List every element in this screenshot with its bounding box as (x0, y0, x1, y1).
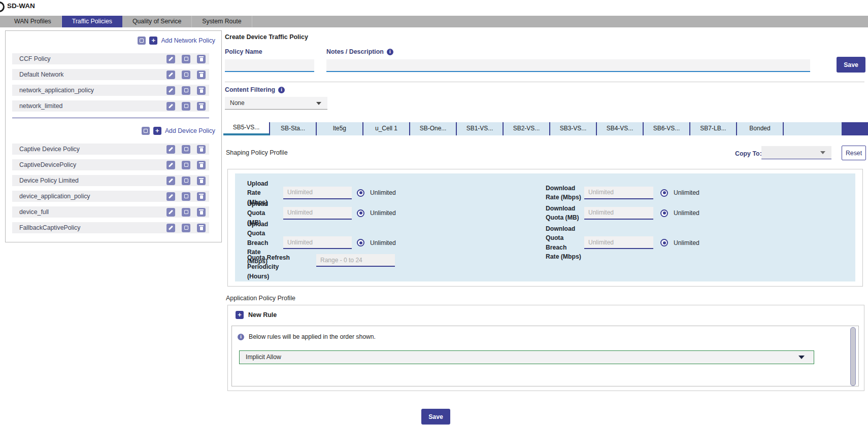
download-rate-label: Download Rate (Mbps) (546, 184, 584, 202)
import-policy-icon[interactable] (138, 37, 146, 45)
device-policy-row[interactable]: device_application_policy (12, 191, 209, 202)
interface-tab[interactable]: SB2-VS... (504, 122, 550, 135)
nav-tab[interactable]: System Route (192, 16, 252, 27)
copy-icon[interactable] (182, 86, 190, 95)
radio-label: Unlimited (370, 239, 396, 246)
implicit-allow-rule-select[interactable]: Implicit Allow (239, 350, 814, 364)
edit-icon[interactable] (166, 224, 175, 232)
delete-icon[interactable] (197, 102, 206, 111)
device-policy-row[interactable]: Device Policy Limited (12, 175, 209, 186)
network-policy-row[interactable]: CCF Policy (12, 53, 209, 64)
nav-tab[interactable]: Quality of Service (122, 16, 192, 27)
copy-icon[interactable] (182, 224, 190, 232)
interface-tab[interactable]: Bonded (737, 122, 784, 135)
device-policy-row[interactable]: FallbackCaptivePolicy (12, 222, 209, 233)
tab-scroll-next-button[interactable] (842, 122, 868, 135)
interface-tab[interactable]: SB1-VS... (457, 122, 504, 135)
device-policy-row[interactable]: CaptiveDevicePolicy (12, 159, 209, 170)
policy-name: CaptiveDevicePolicy (19, 161, 166, 168)
chevron-down-icon (316, 102, 321, 105)
content-filtering-value: None (230, 99, 245, 107)
delete-icon[interactable] (197, 176, 206, 185)
download-quota-unlimited-radio[interactable] (660, 209, 668, 217)
download-rate-unlimited-radio[interactable] (660, 189, 668, 197)
add-network-policy-button[interactable]: Add Network Policy (161, 37, 215, 44)
device-policy-row[interactable]: device_full (12, 206, 209, 218)
edit-icon[interactable] (166, 208, 175, 217)
delete-icon[interactable] (197, 208, 206, 217)
interface-tab[interactable]: u_Cell 1 (363, 122, 410, 135)
download-breach-unlimited-radio[interactable] (660, 239, 668, 246)
delete-icon[interactable] (197, 161, 206, 169)
network-policy-row[interactable]: network_limited (12, 100, 209, 112)
delete-icon[interactable] (197, 192, 206, 201)
upload-rate-input[interactable] (283, 187, 352, 199)
interface-tab[interactable]: lte5g (317, 122, 363, 135)
download-quota-input[interactable] (584, 207, 653, 220)
info-icon (238, 334, 244, 340)
interface-tab-list: SB5-VS...SB-Sta...lte5gu_Cell 1SB-One...… (223, 122, 784, 135)
nav-tab[interactable]: WAN Profiles (4, 16, 62, 27)
delete-icon[interactable] (197, 86, 206, 95)
edit-icon[interactable] (166, 176, 175, 185)
delete-icon[interactable] (197, 145, 206, 154)
upload-quota-breach-input[interactable] (283, 236, 352, 249)
interface-tab[interactable]: SB5-VS... (223, 122, 270, 135)
add-device-policy-button[interactable]: Add Device Policy (165, 127, 215, 134)
download-quota-breach-input[interactable] (584, 236, 653, 249)
edit-icon[interactable] (166, 70, 175, 79)
copy-icon[interactable] (182, 70, 190, 79)
upload-breach-unlimited-radio[interactable] (357, 239, 364, 246)
interface-tab[interactable]: SB7-LB... (690, 122, 737, 135)
policy-name: Captive Device Policy (19, 146, 166, 153)
copy-icon[interactable] (182, 145, 190, 154)
interface-tab[interactable]: SB6-VS... (644, 122, 690, 135)
plus-icon[interactable] (149, 37, 157, 45)
shaping-row-quota: Upload Quota (MB) Unlimited Download Quo… (235, 199, 855, 220)
save-button[interactable]: Save (837, 57, 865, 73)
edit-icon[interactable] (166, 86, 175, 95)
shaping-row-breach: Upload Quota Breach Rate (Mbps) Unlimite… (235, 220, 855, 250)
copy-icon[interactable] (182, 208, 190, 217)
notes-input[interactable] (326, 59, 810, 72)
interface-tab[interactable]: SB-Sta... (270, 122, 317, 135)
rules-scrollbar[interactable] (850, 327, 856, 386)
copy-icon[interactable] (182, 176, 190, 185)
upload-quota-unlimited-radio[interactable] (357, 209, 364, 217)
info-icon[interactable] (387, 49, 393, 55)
edit-icon[interactable] (166, 102, 175, 111)
device-policy-row[interactable]: Captive Device Policy (12, 144, 209, 155)
network-policy-row[interactable]: Default Network (12, 69, 209, 80)
delete-icon[interactable] (197, 70, 206, 79)
save-button-bottom[interactable]: Save (421, 409, 450, 424)
policy-name: CCF Policy (19, 55, 166, 62)
edit-icon[interactable] (166, 55, 175, 63)
content-filtering-select[interactable]: None (225, 97, 327, 110)
info-icon[interactable] (278, 87, 285, 93)
copy-icon[interactable] (182, 55, 190, 63)
delete-icon[interactable] (197, 55, 206, 63)
edit-icon[interactable] (166, 161, 175, 169)
interface-tab[interactable]: SB4-VS... (597, 122, 644, 135)
delete-icon[interactable] (197, 224, 206, 232)
network-policy-row[interactable]: network_application_policy (12, 85, 209, 96)
plus-icon[interactable] (153, 127, 161, 135)
import-policy-icon[interactable] (142, 127, 150, 135)
copy-icon[interactable] (182, 102, 190, 111)
download-rate-input[interactable] (584, 187, 653, 199)
copy-icon[interactable] (182, 192, 190, 201)
copy-to-select[interactable] (761, 146, 831, 159)
upload-rate-unlimited-radio[interactable] (357, 189, 364, 197)
new-rule-button[interactable]: New Rule (236, 311, 277, 319)
interface-tab[interactable]: SB3-VS... (550, 122, 597, 135)
copy-icon[interactable] (182, 161, 190, 169)
nav-tab[interactable]: Traffic Policies (62, 16, 122, 27)
content-filtering-label-row: Content Filtering (225, 86, 285, 93)
edit-icon[interactable] (166, 192, 175, 201)
quota-refresh-input[interactable] (316, 254, 395, 267)
edit-icon[interactable] (166, 145, 175, 154)
interface-tab[interactable]: SB-One... (410, 122, 457, 135)
reset-button[interactable]: Reset (842, 146, 866, 160)
policy-name-input[interactable] (225, 59, 314, 72)
upload-quota-input[interactable] (283, 207, 352, 220)
